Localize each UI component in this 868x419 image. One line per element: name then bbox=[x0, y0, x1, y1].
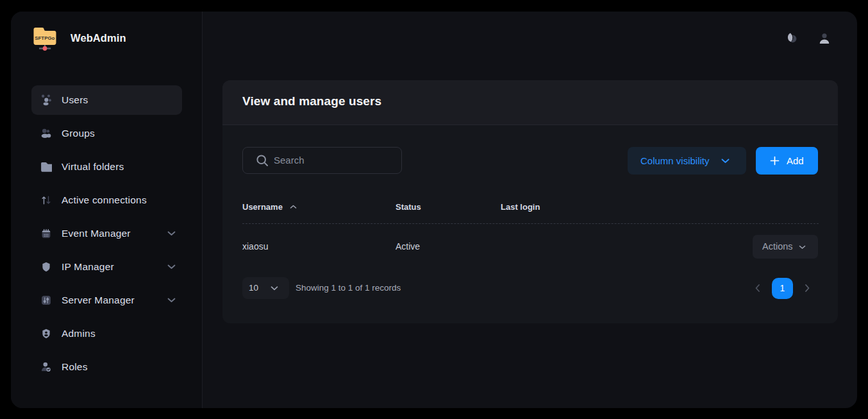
svg-text:SFTPGo: SFTPGo bbox=[35, 35, 54, 41]
